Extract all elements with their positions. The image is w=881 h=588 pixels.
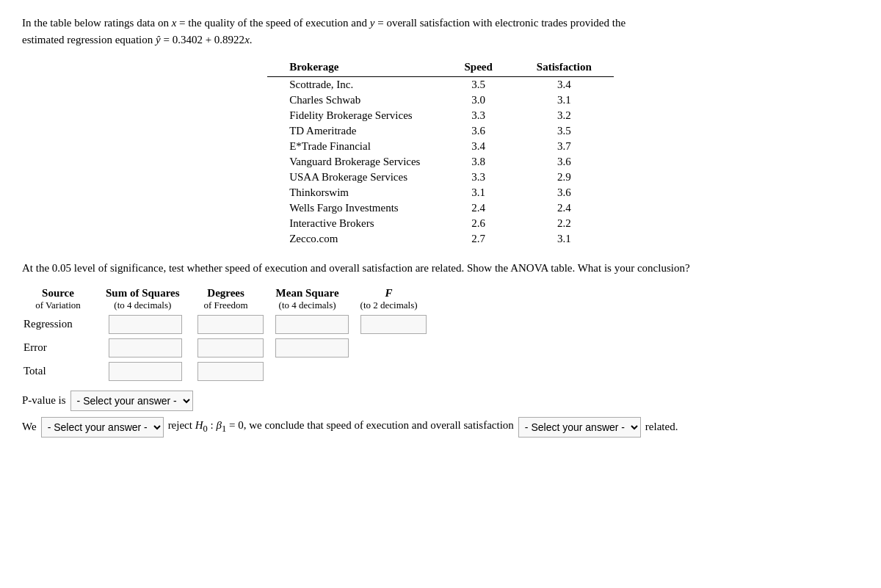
brokerage-cell: Interactive Brokers [267,216,442,231]
anova-source-total: Total [22,360,103,383]
data-table-row: Wells Fargo Investments 2.4 2.4 [267,200,614,216]
speed-cell: 3.3 [442,170,514,185]
brokerage-cell: TD Ameritrade [267,123,442,139]
anova-source-regression: Regression [22,313,103,336]
pvalue-row: P-value is - Select your answer -less th… [22,391,859,411]
col-header-brokerage: Brokerage [267,59,442,77]
intro-line1: In the table below ratings data on x = t… [22,15,859,48]
anova-ms-total [269,360,355,383]
anova-ms-regression[interactable] [269,313,355,336]
satisfaction-cell: 2.2 [515,216,614,231]
satisfaction-cell: 3.6 [515,154,614,170]
anova-intro-text: At the 0.05 level of significance, test … [22,260,859,277]
anova-row-error: Error [22,336,432,360]
data-table-row: Scottrade, Inc. 3.5 3.4 [267,77,614,93]
anova-table: Source of Variation Sum of Squares (to 4… [22,286,432,383]
intro-paragraph: In the table below ratings data on x = t… [22,15,859,48]
speed-cell: 2.6 [442,216,514,231]
col-header-satisfaction: Satisfaction [515,59,614,77]
data-table: Brokerage Speed Satisfaction Scottrade, … [267,59,614,247]
satisfaction-cell: 3.7 [515,139,614,154]
satisfaction-cell: 3.5 [515,123,614,139]
brokerage-cell: USAA Brokerage Services [267,170,442,185]
brokerage-cell: Zecco.com [267,231,442,247]
speed-cell: 3.8 [442,154,514,170]
anova-table-wrapper: Source of Variation Sum of Squares (to 4… [22,286,859,383]
pvalue-select[interactable]: - Select your answer -less than .01betwe… [70,391,193,411]
speed-cell: 3.5 [442,77,514,93]
anova-f-total [355,360,432,383]
we-label: We [22,421,37,433]
speed-cell: 3.0 [442,92,514,108]
satisfaction-cell: 2.9 [515,170,614,185]
anova-f-regression[interactable] [355,313,432,336]
anova-ss-error[interactable] [103,336,192,360]
anova-f-error [355,336,432,360]
speed-cell: 3.6 [442,123,514,139]
we-select[interactable]: - Select your answer -cancannot [41,417,164,438]
col-header-speed: Speed [442,59,514,77]
anova-ss-regression[interactable] [103,313,192,336]
related-text: related. [645,421,678,433]
satisfaction-cell: 3.1 [515,92,614,108]
satisfaction-select[interactable]: - Select your answer -areare not [518,417,641,438]
data-table-row: USAA Brokerage Services 3.3 2.9 [267,170,614,185]
data-table-row: Zecco.com 2.7 3.1 [267,231,614,247]
brokerage-cell: Wells Fargo Investments [267,200,442,216]
anova-col-f: F (to 2 decimals) [355,286,432,313]
anova-col-ms: Mean Square (to 4 decimals) [269,286,355,313]
anova-ms-error[interactable] [269,336,355,360]
data-table-row: Fidelity Brokerage Services 3.3 3.2 [267,108,614,123]
satisfaction-cell: 3.4 [515,77,614,93]
anova-df-regression[interactable] [192,313,269,336]
speed-cell: 3.3 [442,108,514,123]
brokerage-cell: Fidelity Brokerage Services [267,108,442,123]
data-table-row: E*Trade Financial 3.4 3.7 [267,139,614,154]
brokerage-cell: Vanguard Brokerage Services [267,154,442,170]
speed-cell: 2.7 [442,231,514,247]
data-table-row: Vanguard Brokerage Services 3.8 3.6 [267,154,614,170]
anova-col-df: Degrees of Freedom [192,286,269,313]
satisfaction-cell: 3.2 [515,108,614,123]
pvalue-label: P-value is [22,394,66,407]
data-table-row: Charles Schwab 3.0 3.1 [267,92,614,108]
brokerage-cell: Thinkorswim [267,185,442,200]
brokerage-cell: Scottrade, Inc. [267,77,442,93]
anova-row-total: Total [22,360,432,383]
anova-col-source: Source of Variation [22,286,103,313]
satisfaction-cell: 3.6 [515,185,614,200]
anova-source-error: Error [22,336,103,360]
speed-cell: 3.1 [442,185,514,200]
satisfaction-cell: 2.4 [515,200,614,216]
anova-df-error[interactable] [192,336,269,360]
brokerage-cell: E*Trade Financial [267,139,442,154]
data-table-wrapper: Brokerage Speed Satisfaction Scottrade, … [22,59,859,247]
data-table-row: Thinkorswim 3.1 3.6 [267,185,614,200]
conclusion-row: We - Select your answer -cancannot rejec… [22,417,859,438]
brokerage-cell: Charles Schwab [267,92,442,108]
speed-cell: 3.4 [442,139,514,154]
satisfaction-cell: 3.1 [515,231,614,247]
data-table-row: Interactive Brokers 2.6 2.2 [267,216,614,231]
data-table-row: TD Ameritrade 3.6 3.5 [267,123,614,139]
anova-df-total[interactable] [192,360,269,383]
anova-ss-total[interactable] [103,360,192,383]
reject-text: reject H0 : β1 = 0, we conclude that spe… [168,419,514,435]
anova-col-ss: Sum of Squares (to 4 decimals) [103,286,192,313]
speed-cell: 2.4 [442,200,514,216]
anova-row-regression: Regression [22,313,432,336]
